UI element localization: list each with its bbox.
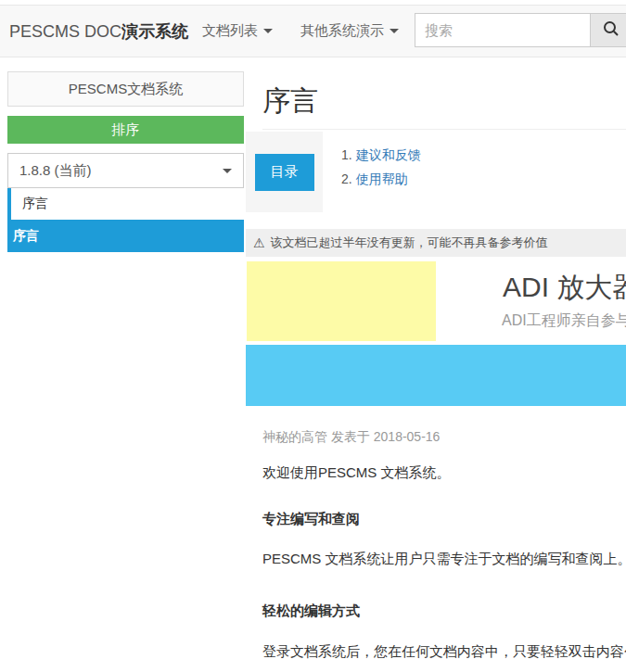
ad-title[interactable]: ADI 放大器 [503,269,626,307]
main-content: 序言 目录 1.建议和反馈 2.使用帮助 ⚠ 该文档已超过半年没有更新，可能不再… [246,57,626,661]
page: PESCMS DOC演示系统 文档列表 其他系统演示 P [0,0,626,672]
toc-badge: 目录 [255,154,314,191]
brand-bold: 演示系统 [121,22,188,41]
toc-link-help[interactable]: 使用帮助 [356,171,408,186]
ad-banner-secondary[interactable] [246,345,626,406]
version-select-value: 1.8.8 (当前) [19,162,92,180]
search-button[interactable] [591,13,626,47]
toc-label-cell: 目录 [246,132,323,212]
search-group [415,13,626,47]
chevron-down-icon [263,29,273,33]
search-icon [602,19,620,42]
sidebar-item-preface-active[interactable]: 序言 [7,220,244,252]
post-paragraph: 登录文档系统后，您在任何文档内容中，只要轻轻双击内容任意 [262,643,626,661]
sidebar-project-button[interactable]: PESCMS文档系统 [7,71,244,107]
toc-item-number: 1. [341,147,352,162]
post-author-line: 神秘的高管 发表于 2018-05-16 [262,429,626,446]
ad-subtitle[interactable]: ADI工程师亲自参与 [502,311,626,331]
post-subheading: 轻松的编辑方式 [262,602,626,620]
menu-doc-list[interactable]: 文档列表 [188,22,287,40]
menu-doc-list-label: 文档列表 [202,22,258,40]
toc-item: 1.建议和反馈 [341,143,421,167]
sidebar-item-preface[interactable]: 序言 [7,188,244,220]
stale-doc-warning-text: 该文档已超过半年没有更新，可能不再具备参考价值 [271,235,548,251]
stale-doc-warning: ⚠ 该文档已超过半年没有更新，可能不再具备参考价值 [246,229,626,257]
menu-other-systems[interactable]: 其他系统演示 [287,22,413,40]
menu-other-systems-label: 其他系统演示 [300,22,384,40]
post-paragraph: 欢迎使用PESCMS 文档系统。 [262,464,626,482]
sidebar-item-label: 序言 [13,228,39,245]
post-subheading: 专注编写和查阅 [262,511,626,528]
ad-banner[interactable]: ADI 放大器 ADI工程师亲自参与 [246,261,626,341]
toc-link-feedback[interactable]: 建议和反馈 [356,147,421,162]
chevron-down-icon [390,29,399,33]
sort-button[interactable]: 排序 [7,116,244,144]
version-select[interactable]: 1.8.8 (当前) [7,153,244,188]
brand-link[interactable]: PESCMS DOC演示系统 [0,20,188,43]
sidebar: PESCMS文档系统 排序 1.8.8 (当前) 序言 序言 [7,71,244,252]
ad-image-placeholder[interactable] [247,261,436,341]
toc-item-number: 2. [341,171,352,186]
post-paragraph: PESCMS 文档系统让用户只需专注于文档的编写和查阅上。没有 [262,551,626,568]
layout: PESCMS文档系统 排序 1.8.8 (当前) 序言 序言 序言 目录 [0,57,626,661]
toc-panel: 目录 1.建议和反馈 2.使用帮助 [246,132,626,212]
toc-list: 1.建议和反馈 2.使用帮助 [323,132,421,212]
page-title: 序言 [262,85,626,130]
search-input[interactable] [415,13,591,47]
sidebar-item-label: 序言 [22,196,48,212]
toc-item: 2.使用帮助 [341,167,421,191]
chevron-down-icon [223,169,232,173]
warning-triangle-icon: ⚠ [253,235,265,250]
top-navbar: PESCMS DOC演示系统 文档列表 其他系统演示 [0,5,626,57]
brand-main: PESCMS DOC [9,22,121,41]
